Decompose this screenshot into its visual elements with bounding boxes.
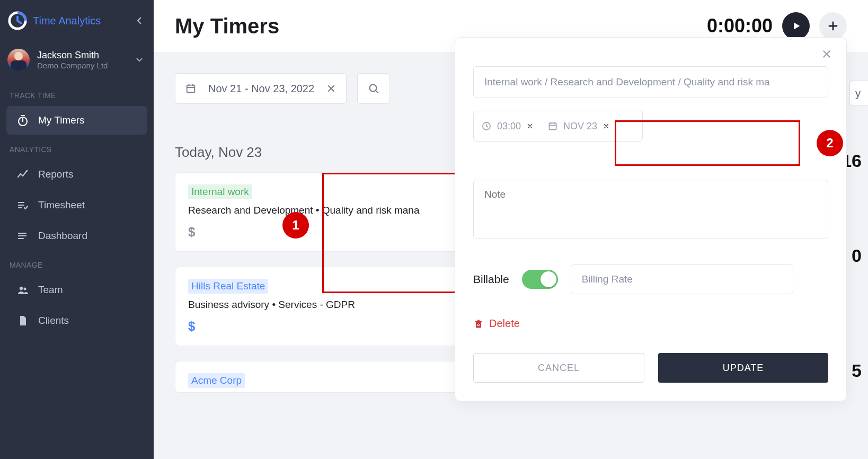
task-path-field[interactable]: Internal work / Research and Development…: [473, 66, 828, 98]
svg-point-4: [24, 288, 26, 290]
cancel-button[interactable]: CANCEL: [473, 353, 644, 383]
avatar: [7, 49, 30, 71]
section-manage: MANAGE: [0, 251, 154, 275]
update-button[interactable]: UPDATE: [658, 353, 828, 383]
chart-line-icon: [16, 167, 30, 181]
list-icon: [16, 229, 30, 243]
note-textarea[interactable]: [473, 180, 828, 239]
duration-value: 5: [852, 360, 862, 381]
sidebar-item-clients[interactable]: Clients: [6, 306, 147, 335]
edit-timer-popup: Internal work / Research and Development…: [455, 37, 847, 401]
svg-point-2: [26, 170, 28, 172]
user-company: Demo Company Ltd: [37, 61, 127, 70]
section-track-time: TRACK TIME: [0, 82, 154, 105]
sidebar-item-team[interactable]: Team: [6, 276, 147, 304]
svg-rect-8: [549, 123, 556, 130]
date-range-picker[interactable]: Nov 21 - Nov 23, 2022: [175, 73, 347, 104]
search-icon: [367, 82, 380, 95]
time-date-field: 03:00 NOV 23: [473, 111, 643, 142]
sidebar-item-timesheet[interactable]: Timesheet: [6, 191, 147, 219]
nav-label: Timesheet: [38, 199, 85, 211]
collapse-sidebar-button[interactable]: [135, 16, 144, 25]
team-icon: [16, 283, 30, 297]
section-analytics: ANALYTICS: [0, 136, 154, 159]
play-icon: [790, 20, 802, 32]
list-check-icon: [16, 198, 30, 212]
trash-icon: [473, 319, 484, 329]
time-input[interactable]: 03:00: [481, 121, 534, 132]
client-tag: Hills Real Estate: [188, 279, 268, 294]
topbar-right: 0:00:00: [707, 12, 847, 40]
sidebar: Time Analytics Jackson Smith Demo Compan…: [0, 0, 154, 459]
nav-label: Reports: [38, 169, 74, 180]
delete-timer-button[interactable]: Delete: [473, 317, 828, 330]
popup-button-row: CANCEL UPDATE: [473, 353, 828, 383]
timer-display: 0:00:00: [707, 15, 773, 37]
svg-point-3: [20, 287, 23, 290]
billable-label: Billable: [473, 273, 509, 286]
billable-row: Billable Billing Rate: [473, 264, 828, 294]
calendar-icon: [185, 83, 197, 94]
sidebar-item-dashboard[interactable]: Dashboard: [6, 222, 147, 250]
close-popup-button[interactable]: [821, 48, 832, 60]
delete-label: Delete: [489, 317, 520, 330]
main: My Timers 0:00:00 Nov 21 - Nov 23, 2022: [154, 0, 868, 459]
start-timer-button[interactable]: [782, 12, 810, 40]
app-name: Time Analytics: [33, 15, 101, 27]
svg-rect-5: [187, 85, 195, 93]
nav-label: Clients: [38, 315, 69, 326]
clear-date-icon[interactable]: [326, 83, 336, 94]
logo[interactable]: Time Analytics: [7, 11, 101, 31]
nav-label: Dashboard: [38, 230, 87, 242]
user-info: Jackson Smith Demo Company Ltd: [37, 50, 127, 70]
page-title: My Timers: [175, 14, 279, 38]
user-menu[interactable]: Jackson Smith Demo Company Ltd: [0, 42, 154, 82]
client-tag: Acme Corp: [188, 373, 245, 388]
sidebar-item-reports[interactable]: Reports: [6, 160, 147, 189]
nav-label: Team: [38, 284, 63, 296]
calendar-icon: [547, 121, 558, 131]
plus-icon: [827, 20, 839, 32]
time-value: 03:00: [497, 121, 521, 132]
file-icon: [16, 314, 30, 328]
date-range-text: Nov 21 - Nov 23, 2022: [208, 83, 314, 95]
view-mode-chip[interactable]: y: [849, 81, 868, 106]
chevron-left-icon: [135, 16, 144, 25]
billable-toggle[interactable]: [522, 270, 558, 289]
close-icon: [821, 48, 832, 60]
clear-date-button[interactable]: [603, 122, 610, 130]
date-value: NOV 23: [563, 121, 597, 132]
logo-row: Time Analytics: [0, 5, 154, 42]
add-timer-button[interactable]: [819, 12, 847, 40]
date-input[interactable]: NOV 23: [547, 121, 610, 132]
duration-value: 0: [852, 245, 862, 266]
stopwatch-icon: [16, 113, 30, 127]
chevron-down-icon: [135, 55, 144, 65]
nav-label: My Timers: [38, 114, 85, 126]
search-button[interactable]: [357, 73, 390, 104]
user-name: Jackson Smith: [37, 50, 127, 61]
logo-icon: [7, 11, 28, 31]
client-tag: Internal work: [188, 184, 252, 199]
clear-time-button[interactable]: [526, 122, 534, 130]
clock-icon: [481, 121, 492, 131]
sidebar-item-my-timers[interactable]: My Timers: [6, 106, 147, 135]
billing-rate-field[interactable]: Billing Rate: [571, 264, 793, 294]
